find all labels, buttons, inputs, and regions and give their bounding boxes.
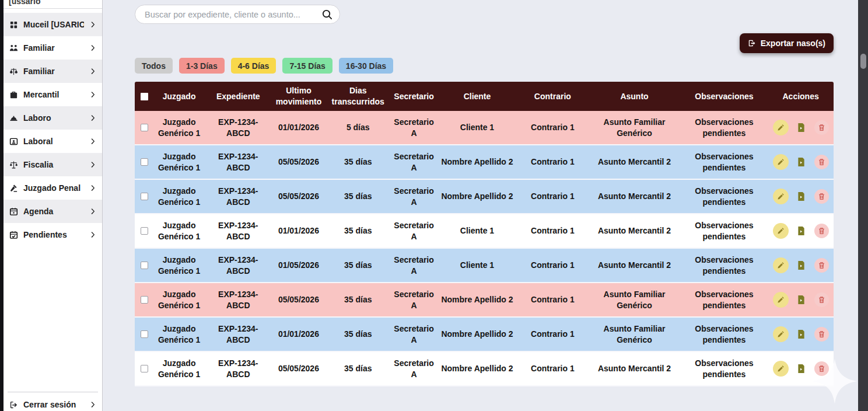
row-checkbox[interactable] xyxy=(141,365,148,372)
file-button[interactable] xyxy=(796,329,807,340)
file-button[interactable] xyxy=(796,191,807,202)
logout-button[interactable]: Cerrar sesión xyxy=(4,393,102,411)
edit-button[interactable] xyxy=(773,154,789,170)
search-input[interactable] xyxy=(135,5,340,24)
calendar-check-icon xyxy=(9,231,18,239)
delete-button[interactable] xyxy=(814,292,829,307)
row-checkbox[interactable] xyxy=(141,330,148,338)
filter-chip[interactable]: 7-15 Días xyxy=(282,58,332,74)
file-button[interactable] xyxy=(796,157,807,168)
sidebar-item[interactable]: Agenda xyxy=(4,200,102,223)
sidebar-item[interactable]: Juzgado Penal xyxy=(4,176,102,200)
checkbox-cell xyxy=(135,352,153,385)
edit-button[interactable] xyxy=(773,257,789,273)
export-button[interactable]: Exportar naso(s) xyxy=(740,33,834,53)
edit-button[interactable] xyxy=(773,189,789,204)
edit-button[interactable] xyxy=(773,326,789,342)
sidebar-item[interactable]: Muceil [USARIO] xyxy=(4,13,102,36)
cell-juzgado: Juzgado Genérico 1 xyxy=(153,249,204,282)
file-button[interactable] xyxy=(796,295,807,305)
row-checkbox[interactable] xyxy=(141,296,148,304)
column-header: Asunto xyxy=(588,89,680,104)
delete-button[interactable] xyxy=(814,120,829,135)
table-row: Juzgado Genérico 1EXP-1234-ABCD05/05/202… xyxy=(135,283,834,318)
export-button-label: Exportar naso(s) xyxy=(761,39,825,48)
filter-chip[interactable]: 4-6 Días xyxy=(231,58,276,74)
select-all-checkbox[interactable] xyxy=(141,93,148,100)
filter-chip[interactable]: 1-3 Días xyxy=(179,58,225,74)
row-checkbox[interactable] xyxy=(141,124,148,131)
cell-observaciones: Observaciones pendientes xyxy=(681,180,768,213)
edit-button[interactable] xyxy=(773,361,789,377)
scales-icon xyxy=(9,161,18,169)
actions-cell xyxy=(768,180,834,213)
cell-dias: 35 días xyxy=(326,214,390,248)
row-checkbox[interactable] xyxy=(141,158,148,166)
sidebar-item[interactable]: Laboro xyxy=(4,106,102,130)
chevron-right-icon xyxy=(89,231,96,238)
row-checkbox[interactable] xyxy=(141,193,148,200)
cell-contrario: Contrario 1 xyxy=(517,180,588,213)
sidebar-item-label: Familiar xyxy=(23,43,84,53)
logout-icon xyxy=(9,400,18,409)
sidebar-item[interactable]: Familiar xyxy=(4,36,102,60)
edit-button[interactable] xyxy=(773,292,789,308)
sidebar-item[interactable]: Mercantil xyxy=(4,83,102,106)
cell-secretario: Secretario A xyxy=(390,352,437,385)
sidebar-item[interactable]: Pendientes xyxy=(4,223,102,246)
sidebar-item-label: Agenda xyxy=(23,207,84,216)
actions-cell xyxy=(768,111,834,144)
delete-button[interactable] xyxy=(814,224,829,238)
filter-chip[interactable]: Todos xyxy=(135,58,173,74)
cases-table: JuzgadoExpedienteUltimo movimientoDias t… xyxy=(135,82,834,386)
cell-ultimo_movimiento: 05/05/2026 xyxy=(272,180,326,213)
file-button[interactable] xyxy=(796,226,807,236)
checkbox-cell xyxy=(135,145,153,179)
cell-juzgado: Juzgado Genérico 1 xyxy=(153,318,204,351)
file-button[interactable] xyxy=(796,123,807,133)
delete-button[interactable] xyxy=(814,258,829,273)
file-button[interactable] xyxy=(796,260,807,271)
cell-contrario: Contrario 1 xyxy=(517,318,588,351)
chevron-right-icon xyxy=(89,21,96,28)
column-header: Observaciones xyxy=(681,89,768,104)
file-button[interactable] xyxy=(796,364,807,374)
edit-button[interactable] xyxy=(773,223,789,239)
sidebar-item[interactable]: Fiscalia xyxy=(4,153,102,176)
search-icon[interactable] xyxy=(321,9,332,20)
table-row: Juzgado Genérico 1EXP-1234-ABCD05/05/202… xyxy=(135,352,834,386)
sidebar-item[interactable]: Laboral xyxy=(4,130,102,153)
filter-chip[interactable]: 16-30 Días xyxy=(339,58,393,74)
sidebar-item-label: Mercantil xyxy=(23,90,84,99)
cell-contrario: Contrario 1 xyxy=(517,352,588,385)
cell-dias: 35 días xyxy=(326,352,390,385)
delete-button[interactable] xyxy=(814,189,829,204)
cell-asunto: Asunto Mercantil 2 xyxy=(588,180,680,213)
table-row: Juzgado Genérico 1EXP-1234-ABCD01/01/202… xyxy=(135,318,834,352)
cell-expediente: EXP-1234-ABCD xyxy=(205,352,272,385)
users-grid-icon xyxy=(9,20,18,29)
scrollbar-thumb[interactable] xyxy=(860,54,866,69)
chevron-right-icon xyxy=(89,208,96,215)
cell-contrario: Contrario 1 xyxy=(517,249,588,282)
delete-button[interactable] xyxy=(814,327,829,342)
row-checkbox[interactable] xyxy=(141,262,148,269)
column-header: Cliente xyxy=(438,89,517,104)
cell-cliente: Nombre Apellido 2 xyxy=(438,352,517,385)
table-row: Juzgado Genérico 1EXP-1234-ABCD01/01/202… xyxy=(135,111,834,145)
cell-contrario: Contrario 1 xyxy=(517,111,588,144)
cell-contrario: Contrario 1 xyxy=(517,145,588,179)
cell-asunto: Asunto Mercantil 2 xyxy=(588,214,680,248)
delete-button[interactable] xyxy=(814,155,829,169)
edit-button[interactable] xyxy=(773,120,789,135)
cell-dias: 35 días xyxy=(326,145,390,179)
cell-observaciones: Observaciones pendientes xyxy=(681,249,768,282)
checkbox-cell xyxy=(135,180,153,213)
cell-cliente: Nombre Apellido 2 xyxy=(438,318,517,351)
sidebar-item[interactable]: Familiar xyxy=(4,60,102,83)
cell-expediente: EXP-1234-ABCD xyxy=(205,145,272,179)
chevron-right-icon xyxy=(89,184,96,191)
table-row: Juzgado Genérico 1EXP-1234-ABCD01/05/202… xyxy=(135,249,834,283)
actions-cell xyxy=(768,318,834,351)
row-checkbox[interactable] xyxy=(141,227,148,235)
